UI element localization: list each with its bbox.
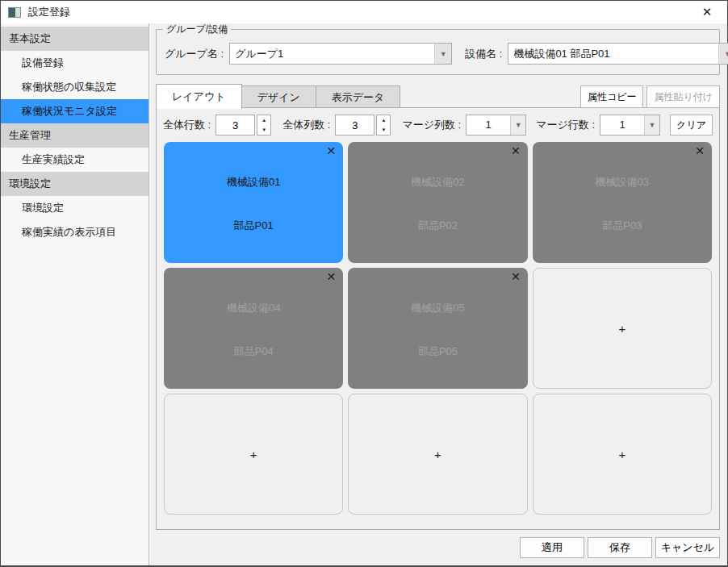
remove-cell-icon[interactable]: ✕ (327, 270, 337, 283)
merge-rows-value: 1 (600, 115, 644, 135)
attribute-copy-button[interactable]: 属性コピー (580, 85, 644, 108)
remove-cell-icon[interactable]: ✕ (327, 144, 337, 157)
chevron-down-icon[interactable]: ▼ (434, 44, 451, 64)
add-cell-icon[interactable]: + (250, 448, 257, 461)
layout-tab-panel: 全体行数 : ▲▼ 全体列数 : ▲▼ マージ列数 : 1 ▼ マージ行数 : … (156, 107, 720, 530)
cell-equipment-name: 機械設備04 (164, 301, 343, 315)
cell-equipment-name: 機械設備05 (348, 301, 527, 315)
merge-cols-value: 1 (467, 115, 510, 135)
equipment-name-combobox[interactable]: 機械設備01 部品P01 ▼ (508, 43, 728, 65)
merge-cols-label: マージ列数 : (402, 118, 461, 132)
grid-cell-equipment-01-selected[interactable]: ✕ 機械設備01 部品P01 (164, 142, 343, 263)
cell-equipment-name: 機械設備01 (164, 175, 343, 190)
window-close-icon[interactable]: ✕ (693, 5, 727, 19)
grid-cell-equipment-02[interactable]: ✕ 機械設備02 部品P02 (348, 142, 527, 263)
merge-rows-combobox[interactable]: 1 ▼ (600, 115, 660, 135)
sidebar-item-environment-settings[interactable]: 環境設定 (1, 196, 149, 220)
group-name-label: グループ名 : (165, 47, 224, 61)
save-button[interactable]: 保存 (588, 537, 652, 558)
grid-cell-empty-add[interactable]: + (348, 394, 527, 515)
cancel-button[interactable]: キャンセル (655, 537, 720, 558)
sidebar-item-operation-state-collection[interactable]: 稼働状態の収集設定 (1, 75, 149, 99)
groupbox-legend: グループ/設備 (163, 23, 231, 35)
chevron-down-icon[interactable]: ▼ (644, 115, 659, 135)
apply-button[interactable]: 適用 (520, 537, 584, 558)
chevron-down-icon[interactable]: ▼ (718, 44, 728, 64)
group-name-combobox[interactable]: グループ1 ▼ (229, 43, 452, 65)
total-rows-label: 全体行数 : (163, 118, 211, 132)
total-rows-input[interactable] (215, 115, 255, 135)
spin-up-icon[interactable]: ▲ (377, 115, 390, 125)
tab-design[interactable]: デザイン (241, 85, 316, 108)
grid-cell-equipment-04[interactable]: ✕ 機械設備04 部品P04 (164, 268, 343, 389)
layout-controls-row: 全体行数 : ▲▼ 全体列数 : ▲▼ マージ列数 : 1 ▼ マージ行数 : … (157, 108, 719, 140)
sidebar-section-basic-settings[interactable]: 基本設定 (1, 27, 149, 51)
spin-down-icon[interactable]: ▼ (257, 125, 270, 135)
group-equipment-groupbox: グループ/設備 グループ名 : グループ1 ▼ 設備名 : 機械設備01 部品P… (156, 29, 720, 75)
tab-display-data[interactable]: 表示データ (316, 85, 401, 108)
footer-button-bar: 適用 保存 キャンセル (156, 530, 720, 558)
equipment-name-label: 設備名 : (465, 47, 502, 61)
remove-cell-icon[interactable]: ✕ (695, 144, 705, 157)
grid-cell-empty-add[interactable]: + (533, 268, 712, 389)
sidebar-item-equipment-registration[interactable]: 設備登録 (1, 51, 149, 75)
add-cell-icon[interactable]: + (434, 448, 441, 461)
cell-part-name: 部品P03 (533, 219, 712, 233)
cell-part-name: 部品P01 (164, 219, 343, 233)
total-cols-input[interactable] (335, 115, 374, 135)
add-cell-icon[interactable]: + (618, 322, 625, 336)
clear-button[interactable]: クリア (670, 115, 713, 135)
total-cols-spinner[interactable]: ▲▼ (376, 115, 391, 135)
settings-sidebar: 基本設定 設備登録 稼働状態の収集設定 稼働状況モニタ設定 生産管理 生産実績設… (1, 23, 149, 565)
window-title: 設定登録 (28, 5, 70, 19)
remove-cell-icon[interactable]: ✕ (511, 144, 521, 157)
grid-cell-equipment-05[interactable]: ✕ 機械設備05 部品P05 (348, 268, 527, 389)
cell-equipment-name: 機械設備02 (348, 175, 527, 190)
cell-part-name: 部品P04 (164, 344, 343, 359)
main-content: グループ/設備 グループ名 : グループ1 ▼ 設備名 : 機械設備01 部品P… (149, 23, 727, 565)
settings-registration-window: 設定登録 ✕ 基本設定 設備登録 稼働状態の収集設定 稼働状況モニタ設定 生産管… (0, 0, 728, 567)
cell-part-name: 部品P05 (348, 344, 527, 359)
app-window-icon (8, 7, 21, 18)
sidebar-item-production-results-settings[interactable]: 生産実績設定 (1, 148, 149, 172)
grid-cell-equipment-03[interactable]: ✕ 機械設備03 部品P03 (533, 142, 712, 263)
tab-strip: レイアウト デザイン 表示データ 属性コピー 属性貼り付け (156, 83, 720, 108)
layout-grid: ✕ 機械設備01 部品P01 ✕ 機械設備02 部品P02 ✕ 機械設備03 部… (164, 142, 712, 515)
total-cols-label: 全体列数 : (282, 118, 330, 132)
spin-up-icon[interactable]: ▲ (257, 115, 270, 125)
grid-cell-empty-add[interactable]: + (533, 394, 712, 515)
cell-part-name: 部品P02 (348, 219, 527, 233)
chevron-down-icon[interactable]: ▼ (510, 115, 525, 135)
merge-cols-combobox[interactable]: 1 ▼ (466, 115, 526, 135)
spin-down-icon[interactable]: ▼ (377, 125, 390, 135)
title-bar: 設定登録 ✕ (1, 1, 727, 23)
sidebar-item-operation-monitor-settings[interactable]: 稼働状況モニタ設定 (1, 99, 149, 123)
cell-equipment-name: 機械設備03 (533, 175, 712, 190)
grid-cell-empty-add[interactable]: + (164, 394, 343, 515)
equipment-name-value: 機械設備01 部品P01 (508, 44, 718, 64)
attribute-paste-button[interactable]: 属性貼り付け (646, 85, 720, 108)
sidebar-section-production-management[interactable]: 生産管理 (1, 123, 149, 148)
remove-cell-icon[interactable]: ✕ (511, 270, 521, 283)
add-cell-icon[interactable]: + (618, 448, 625, 461)
tab-layout[interactable]: レイアウト (156, 84, 242, 109)
total-rows-spinner[interactable]: ▲▼ (257, 115, 271, 135)
merge-rows-label: マージ行数 : (536, 118, 595, 132)
sidebar-item-operation-results-display[interactable]: 稼働実績の表示項目 (1, 220, 149, 244)
sidebar-section-environment-settings[interactable]: 環境設定 (1, 172, 149, 196)
group-name-value: グループ1 (230, 44, 434, 64)
